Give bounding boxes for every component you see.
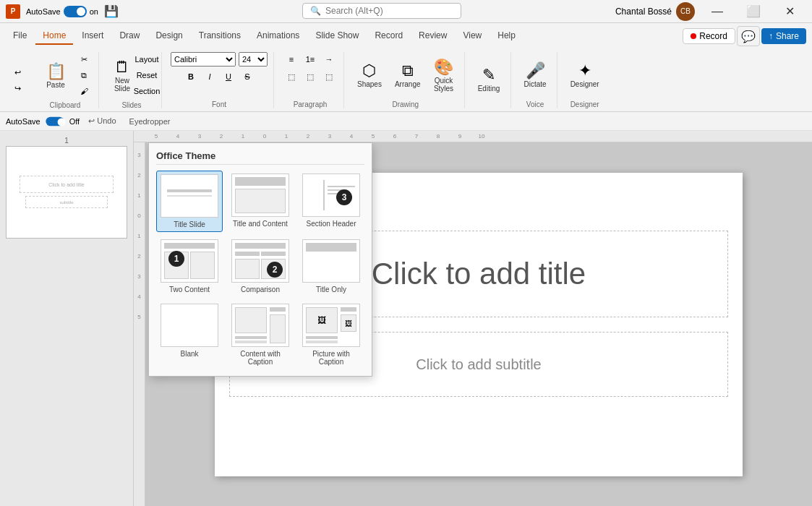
reset-button[interactable]: Reset: [138, 68, 155, 82]
layout-title-only[interactable]: Title Only: [298, 236, 364, 296]
align-left-button[interactable]: ⬚: [283, 69, 300, 84]
quick-access-bar: AutoSave Off ↩ Undo Eyedropper: [0, 112, 812, 131]
paragraph-group: ≡ 1≡ → ⬚ ⬚ ⬚ Paragraph: [277, 52, 344, 108]
layout-thumb-content-caption: [231, 304, 289, 347]
qa-eyedropper-button[interactable]: Eyedropper: [125, 116, 175, 127]
layout-thumb-title-slide: [161, 174, 218, 218]
rulers-and-canvas: 3 2 1 0 1 2 3 4 5 Office Theme: [134, 142, 812, 506]
paragraph-label: Paragraph: [294, 99, 328, 108]
designer-group: ✦ Designer Designer: [560, 52, 610, 108]
editing-mode-button[interactable]: ✎ Editing: [474, 63, 505, 95]
bold-button[interactable]: B: [182, 69, 200, 84]
dictate-button[interactable]: 🎤 Dictate: [520, 59, 551, 91]
align-center-button[interactable]: ⬚: [302, 69, 319, 84]
ruler-horizontal: 5 4 3 2 1 0 1 2 3 4 5 6 7 8 9 10: [134, 131, 812, 142]
tab-file[interactable]: File: [6, 27, 34, 45]
layout-comparison[interactable]: Comparison: [227, 236, 294, 296]
slides-group: 🗒 NewSlide Layout Reset Section Slides: [102, 52, 162, 108]
slide-thumbnail[interactable]: Click to add title subtitle: [6, 146, 127, 239]
shapes-icon: ⬡: [362, 61, 376, 80]
search-box[interactable]: 🔍: [302, 3, 461, 19]
copy-button[interactable]: ⧉: [75, 68, 93, 82]
tab-insert[interactable]: Insert: [74, 27, 111, 45]
section-button[interactable]: Section: [138, 84, 155, 98]
layout-thumb-blank: [161, 304, 218, 347]
layout-two-content[interactable]: Two Content: [156, 236, 223, 296]
arrange-label: Arrange: [395, 80, 421, 88]
ruler-vertical: 3 2 1 0 1 2 3 4 5: [134, 142, 145, 506]
tab-draw[interactable]: Draw: [112, 27, 147, 45]
layout-title-slide[interactable]: Title Slide: [156, 171, 223, 232]
layout-section-header[interactable]: Section Header: [298, 171, 364, 232]
layout-two-content-label: Two Content: [169, 286, 210, 293]
drawing-group: ⬡ Shapes ⧉ Arrange 🎨 QuickStyles Drawing: [347, 52, 465, 108]
maximize-button[interactable]: ⬜: [737, 0, 770, 23]
tab-transitions[interactable]: Transitions: [192, 27, 248, 45]
ribbon-tabs: File Home Insert Draw Design Transitions…: [0, 23, 812, 49]
redo-button[interactable]: ↪: [9, 81, 26, 95]
align-right-button[interactable]: ⬚: [320, 69, 338, 84]
tab-slideshow[interactable]: Slide Show: [308, 27, 366, 45]
qa-undo-button[interactable]: ↩ Undo: [84, 115, 120, 127]
canvas-wrapper: 5 4 3 2 1 0 1 2 3 4 5 6 7 8 9 10 3: [134, 131, 812, 506]
autosave-toggle[interactable]: [64, 6, 87, 17]
paste-button[interactable]: 📋 Paste: [38, 59, 74, 92]
slide-title-text: Click to add title: [372, 257, 586, 291]
numbering-button[interactable]: 1≡: [302, 52, 319, 67]
tab-home[interactable]: Home: [35, 27, 73, 45]
undo-button[interactable]: ↩: [9, 65, 26, 80]
bullets-button[interactable]: ≡: [283, 52, 300, 67]
dictate-label: Dictate: [524, 80, 547, 88]
search-icon: 🔍: [310, 6, 321, 16]
layout-thumb-title-content: [231, 173, 289, 217]
qa-autosave-toggle[interactable]: [46, 116, 64, 126]
cut-button[interactable]: ✂: [75, 52, 93, 67]
layout-dropdown-title: Office Theme: [156, 150, 364, 165]
format-painter-button[interactable]: 🖌: [75, 84, 93, 98]
shapes-button[interactable]: ⬡ Shapes: [353, 59, 386, 91]
font-size-select[interactable]: 24: [239, 52, 268, 67]
layout-title-content[interactable]: Title and Content: [227, 171, 294, 232]
annotation-2: 2: [267, 262, 283, 278]
tab-design[interactable]: Design: [148, 27, 189, 45]
layout-blank[interactable]: Blank: [156, 301, 223, 369]
slide-thumb-inner: Click to add title subtitle: [8, 148, 125, 236]
layout-button[interactable]: Layout: [138, 52, 155, 67]
layout-comparison-label: Comparison: [241, 286, 280, 293]
tab-review[interactable]: Review: [411, 27, 454, 45]
share-button[interactable]: ↑ Share: [761, 28, 806, 44]
indent-more-button[interactable]: →: [320, 52, 338, 67]
comment-button[interactable]: 💬: [737, 26, 760, 46]
tab-view[interactable]: View: [456, 27, 489, 45]
italic-button[interactable]: I: [201, 69, 218, 84]
tab-help[interactable]: Help: [490, 27, 523, 45]
font-family-select[interactable]: Calibri: [171, 52, 236, 67]
save-icon[interactable]: 💾: [104, 4, 119, 18]
close-button[interactable]: ✕: [773, 0, 806, 23]
new-slide-button[interactable]: 🗒 NewSlide: [108, 55, 137, 95]
layout-content-caption[interactable]: Content with Caption: [227, 301, 294, 369]
layout-title-only-label: Title Only: [316, 286, 346, 293]
search-input[interactable]: [325, 6, 441, 16]
tab-record[interactable]: Record: [367, 27, 410, 45]
autosave-group: AutoSave on: [26, 6, 98, 17]
layout-title-content-label: Title and Content: [233, 220, 288, 228]
quick-styles-label: QuickStyles: [434, 77, 453, 93]
underline-button[interactable]: U: [220, 69, 237, 84]
dictate-icon: 🎤: [526, 61, 545, 80]
quick-styles-button[interactable]: 🎨 QuickStyles: [429, 55, 458, 95]
strikethrough-button[interactable]: S: [239, 69, 256, 84]
record-button[interactable]: Record: [683, 28, 735, 44]
tab-animations[interactable]: Animations: [249, 27, 307, 45]
layout-title-slide-label: Title Slide: [174, 220, 205, 228]
layout-picture-caption[interactable]: 🖼 🖼 Picture with Caption: [298, 301, 364, 369]
slides-label: Slides: [121, 100, 141, 109]
minimize-button[interactable]: —: [701, 0, 734, 23]
layout-grid: Title Slide Title and Content: [156, 171, 364, 369]
user-avatar: CB: [676, 2, 695, 21]
share-label: Share: [776, 31, 799, 41]
app-logo: P: [6, 4, 20, 19]
slide-number: 1: [6, 137, 127, 145]
arrange-button[interactable]: ⧉ Arrange: [390, 59, 425, 91]
designer-button[interactable]: ✦ Designer: [566, 59, 604, 91]
